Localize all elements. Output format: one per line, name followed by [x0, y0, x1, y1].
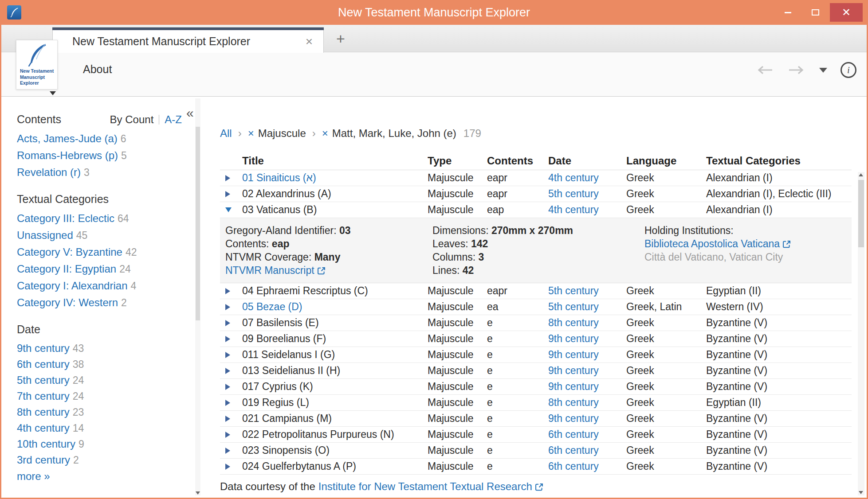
minimize-button[interactable] — [775, 3, 801, 22]
manuscript-date-link[interactable]: 6th century — [548, 429, 599, 440]
filter-link[interactable]: 3rd century — [17, 454, 70, 466]
filter-link[interactable]: Category V: Byzantine — [17, 246, 122, 258]
manuscript-title-link[interactable]: 021 Campianus (M) — [242, 413, 332, 424]
sidebar-collapse-button[interactable]: « — [186, 106, 194, 120]
close-button[interactable]: ✕ — [830, 3, 863, 22]
manuscript-title-link[interactable]: 01 Sinaiticus (א) — [242, 172, 316, 183]
manuscript-row: 021 Campianus (M)Majusculee9th centuryGr… — [220, 411, 852, 427]
sidebar-scroll-down-icon[interactable] — [196, 491, 200, 495]
expand-row-button[interactable] — [220, 384, 242, 390]
manuscript-date-link[interactable]: 6th century — [548, 460, 599, 472]
column-header-contents[interactable]: Contents — [487, 155, 548, 167]
manuscript-date-link[interactable]: 9th century — [548, 413, 599, 424]
filter-link[interactable]: 9th century — [17, 342, 70, 354]
ntvmr-manuscript-link[interactable]: NTVMR Manuscript — [225, 265, 326, 276]
filter-link[interactable]: Unassigned — [17, 229, 73, 241]
manuscript-title-link[interactable]: 05 Bezae (D) — [242, 301, 302, 312]
filter-link[interactable]: Romans-Hebrews (p) — [17, 149, 118, 161]
manuscript-title-link[interactable]: 04 Ephraemi Rescriptus (C) — [242, 285, 368, 296]
sort-by-count-button[interactable]: By Count — [110, 113, 154, 126]
menu-about[interactable]: About — [83, 63, 112, 76]
manuscript-date-link[interactable]: 5th century — [548, 301, 599, 312]
manuscript-title-link[interactable]: 013 Seidelianus II (H) — [242, 365, 340, 376]
expand-row-button[interactable] — [220, 352, 242, 358]
filter-link[interactable]: 4th century — [17, 422, 70, 434]
manuscript-date-link[interactable]: 5th century — [548, 285, 599, 296]
manuscript-title-link[interactable]: 02 Alexandrinus (A) — [242, 188, 331, 199]
dropdown-caret-icon[interactable] — [819, 68, 827, 73]
expand-row-button[interactable] — [220, 464, 242, 470]
scroll-up-icon[interactable] — [859, 173, 863, 176]
filter-link[interactable]: Category III: Eclectic — [17, 212, 114, 224]
main-scrollbar[interactable] — [858, 172, 864, 495]
back-icon[interactable] — [755, 65, 774, 75]
manuscript-date-link[interactable]: 9th century — [548, 333, 599, 344]
column-header-textual-categories[interactable]: Textual Categories — [706, 155, 852, 167]
collapse-row-button[interactable] — [220, 207, 242, 212]
manuscript-title-link[interactable]: 022 Petropolitanus Purpureus (N) — [242, 429, 394, 440]
more-dates-link[interactable]: more » — [17, 470, 50, 482]
filter-link[interactable]: Category II: Egyptian — [17, 263, 116, 275]
filter-link[interactable]: 10th century — [17, 438, 75, 450]
tab-new-testament-manuscript-explorer[interactable]: New Testament Manuscript Explorer × — [52, 27, 324, 53]
manuscript-title-link[interactable]: 019 Regius (L) — [242, 397, 309, 408]
expand-row-button[interactable] — [220, 432, 242, 438]
expand-row-button[interactable] — [220, 288, 242, 294]
logo-menu-caret-icon[interactable] — [50, 91, 56, 95]
remove-filter-icon[interactable]: × — [248, 126, 254, 141]
manuscript-title-link[interactable]: 024 Guelferbytanus A (P) — [242, 460, 356, 472]
info-icon[interactable]: i — [841, 62, 856, 78]
filter-link[interactable]: 8th century — [17, 406, 70, 418]
expand-row-button[interactable] — [220, 368, 242, 374]
main-scrollbar-thumb[interactable] — [858, 180, 864, 247]
sidebar-scrollbar[interactable] — [195, 98, 200, 495]
filter-link[interactable]: 6th century — [17, 358, 70, 370]
manuscript-title-link[interactable]: 09 Boreelianus (F) — [242, 333, 326, 344]
expand-row-button[interactable] — [220, 448, 242, 454]
tab-close-icon[interactable]: × — [306, 35, 313, 48]
scroll-down-icon[interactable] — [859, 491, 863, 494]
manuscript-date-link[interactable]: 9th century — [548, 365, 599, 376]
intf-link[interactable]: Institute for New Testament Textual Rese… — [318, 480, 543, 492]
holding-institution-link[interactable]: Biblioteca Apostolica Vaticana — [644, 238, 791, 250]
manuscript-date-link[interactable]: 8th century — [548, 317, 599, 328]
filter-link[interactable]: Category IV: Western — [17, 296, 118, 308]
sidebar-filter-item: 6th century38 — [17, 356, 203, 372]
manuscript-title-link[interactable]: 011 Seidelanus I (G) — [242, 349, 335, 360]
breadcrumb-all-link[interactable]: All — [220, 126, 232, 141]
filter-link[interactable]: Revelation (r) — [17, 166, 81, 178]
expand-row-button[interactable] — [220, 400, 242, 406]
manuscript-date-link[interactable]: 9th century — [548, 349, 599, 360]
expand-row-button[interactable] — [220, 191, 242, 197]
manuscript-date-link[interactable]: 5th century — [548, 188, 599, 199]
sort-az-button[interactable]: A-Z — [165, 113, 182, 126]
filter-link[interactable]: 7th century — [17, 390, 70, 402]
column-header-date[interactable]: Date — [548, 155, 626, 167]
manuscript-title-link[interactable]: 03 Vaticanus (B) — [242, 204, 317, 215]
manuscript-date-link[interactable]: 9th century — [548, 381, 599, 392]
manuscript-date-link[interactable]: 4th century — [548, 172, 599, 183]
expand-row-button[interactable] — [220, 320, 242, 326]
filter-link[interactable]: Acts, James-Jude (a) — [17, 133, 118, 144]
filter-link[interactable]: Category I: Alexandrian — [17, 280, 127, 292]
new-tab-button[interactable]: + — [336, 31, 345, 46]
sidebar-scrollbar-thumb[interactable] — [196, 127, 200, 320]
column-header-language[interactable]: Language — [626, 155, 706, 167]
column-header-type[interactable]: Type — [428, 155, 487, 167]
expand-row-button[interactable] — [220, 175, 242, 181]
remove-filter-icon[interactable]: × — [322, 126, 328, 141]
manuscript-title-link[interactable]: 07 Basilensis (E) — [242, 317, 319, 328]
manuscript-date-link[interactable]: 4th century — [548, 204, 599, 215]
manuscript-title-link[interactable]: 023 Sinopensis (O) — [242, 444, 330, 456]
expand-row-button[interactable] — [220, 416, 242, 422]
expand-row-button[interactable] — [220, 336, 242, 342]
manuscript-date-link[interactable]: 8th century — [548, 397, 599, 408]
content-area: Contents By Count A-Z Acts, James-Jude (… — [0, 97, 868, 499]
filter-link[interactable]: 5th century — [17, 374, 70, 386]
maximize-button[interactable] — [802, 3, 828, 22]
forward-icon[interactable] — [787, 65, 806, 75]
expand-row-button[interactable] — [220, 304, 242, 310]
manuscript-title-link[interactable]: 017 Cyprius (K) — [242, 381, 313, 392]
column-header-title[interactable]: Title — [242, 155, 428, 167]
manuscript-date-link[interactable]: 6th century — [548, 444, 599, 456]
